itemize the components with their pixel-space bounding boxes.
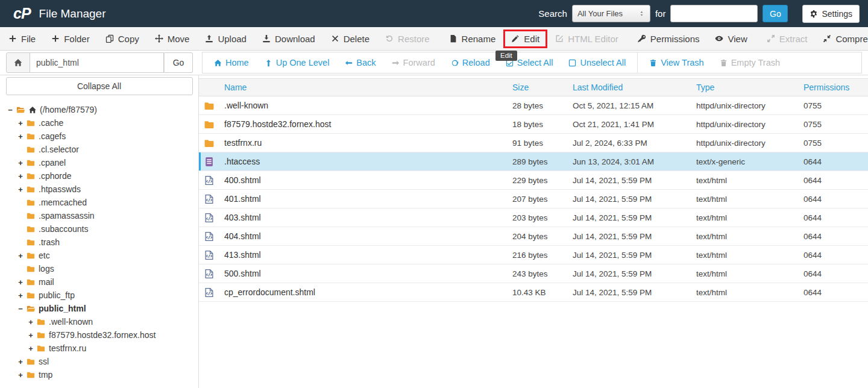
table-row[interactable]: 500.shtml243 bytesJul 14, 2021, 5:59 PMt… <box>199 264 868 283</box>
table-row[interactable]: 401.shtml207 bytesJul 14, 2021, 5:59 PMt… <box>199 190 868 208</box>
file-size: 203 bytes <box>512 208 573 227</box>
rename-button[interactable]: Rename <box>441 27 504 50</box>
settings-button[interactable]: Settings <box>802 5 860 23</box>
tree-item[interactable]: +.cphorde <box>0 169 198 183</box>
nav-reload[interactable]: Reload <box>443 58 498 67</box>
search-go-button[interactable]: Go <box>763 5 788 22</box>
code-file-icon <box>199 227 221 245</box>
compress-icon <box>823 34 831 43</box>
tree-item[interactable]: .trash <box>0 236 198 249</box>
table-row[interactable]: .htaccess289 bytesJun 13, 2024, 3:01 AMt… <box>199 152 868 171</box>
nav-unselect-all[interactable]: Unselect All <box>561 58 634 67</box>
table-row[interactable]: .well-known28 bytesOct 5, 2021, 12:15 AM… <box>199 96 868 115</box>
expand-plus-icon[interactable]: + <box>16 119 25 128</box>
folder-icon <box>26 357 36 366</box>
delete-button[interactable]: Delete <box>323 27 377 50</box>
table-row[interactable]: f87579.hostde32.fornex.host18 bytesOct 2… <box>199 115 868 134</box>
pencil-square-icon <box>555 34 564 43</box>
tree-item[interactable]: +etc <box>0 249 198 262</box>
search-input[interactable] <box>670 5 758 22</box>
column-header-modified[interactable]: Last Modified <box>573 79 696 96</box>
edit-button[interactable]: Edit <box>503 30 547 48</box>
nav-empty-trash: Empty Trash <box>712 58 788 67</box>
move-button[interactable]: Move <box>147 27 198 50</box>
tree-item[interactable]: .cl.selector <box>0 143 198 156</box>
table-row[interactable]: cp_errordocument.shtml10.43 KBJul 14, 20… <box>199 283 868 302</box>
tree-item[interactable]: +.well-known <box>0 315 198 328</box>
collapse-all-button[interactable]: Collapse All <box>6 77 193 95</box>
tree-item[interactable]: .subaccounts <box>0 222 198 236</box>
nav-divider <box>637 52 638 73</box>
expand-plus-icon[interactable]: + <box>27 318 35 327</box>
expand-plus-icon[interactable]: + <box>16 251 25 260</box>
permissions-button[interactable]: Permissions <box>630 27 708 50</box>
tree-item[interactable]: logs <box>0 262 198 275</box>
column-header-size[interactable]: Size <box>512 79 573 96</box>
expand-plus-icon[interactable]: + <box>16 291 25 300</box>
tree-item[interactable]: +.cagefs <box>0 130 198 143</box>
expand-plus-icon[interactable]: + <box>16 371 25 380</box>
collapse-minus-icon[interactable]: − <box>6 105 14 114</box>
file-permissions: 0644 <box>804 227 868 245</box>
file-modified: Jul 2, 2024, 6:33 PM <box>573 134 696 152</box>
navigation-bar: Home Up One Level Back Forward Reload Se… <box>202 52 862 74</box>
file-modified: Jul 14, 2021, 5:59 PM <box>573 283 696 301</box>
search-scope-select[interactable]: All Your Files <box>572 5 650 22</box>
expand-plus-icon[interactable]: + <box>16 185 25 194</box>
settings-label: Settings <box>822 9 852 19</box>
folder-button[interactable]: Folder <box>43 27 98 50</box>
file-size: 216 bytes <box>512 246 573 264</box>
expand-plus-icon[interactable]: + <box>27 344 35 353</box>
tree-item[interactable]: −public_html <box>0 302 198 315</box>
path-input[interactable] <box>30 52 164 73</box>
column-header-permissions[interactable]: Permissions <box>804 79 868 96</box>
table-row[interactable]: 400.shtml229 bytesJul 14, 2021, 5:59 PMt… <box>199 171 868 190</box>
folder-icon <box>26 172 36 180</box>
page-title: File Manager <box>39 7 106 20</box>
expand-plus-icon[interactable]: + <box>16 132 25 141</box>
nav-back[interactable]: Back <box>337 58 383 67</box>
download-button[interactable]: Download <box>254 27 323 50</box>
tree-item[interactable]: +mail <box>0 275 198 289</box>
tree-item[interactable]: .memcached <box>0 196 198 209</box>
tree-item[interactable]: +f87579.hostde32.fornex.host <box>0 328 198 342</box>
tree-item[interactable]: +public_ftp <box>0 289 198 302</box>
table-row[interactable]: 404.shtml204 bytesJul 14, 2021, 5:59 PMt… <box>199 227 868 246</box>
file-modified: Jul 14, 2021, 5:59 PM <box>573 171 696 189</box>
nav-home[interactable]: Home <box>206 58 257 67</box>
expand-plus-icon[interactable]: + <box>16 278 25 287</box>
compress-button[interactable]: Compress <box>815 27 868 50</box>
file-button[interactable]: File <box>1 27 43 50</box>
folder-icon <box>199 115 221 133</box>
upload-button[interactable]: Upload <box>197 27 254 50</box>
expand-plus-icon[interactable]: + <box>27 331 35 340</box>
tree-item[interactable]: +tmp <box>0 368 198 381</box>
file-name: testfrnx.ru <box>221 134 512 152</box>
tree-item[interactable]: +.htpasswds <box>0 183 198 196</box>
column-header-type[interactable]: Type <box>696 79 804 96</box>
file-size: 204 bytes <box>512 227 573 245</box>
collapse-minus-icon[interactable]: − <box>16 304 25 313</box>
column-header-name[interactable]: Name <box>221 79 512 96</box>
table-row[interactable]: 413.shtml216 bytesJul 14, 2021, 5:59 PMt… <box>199 246 868 264</box>
copy-button[interactable]: Copy <box>98 27 147 50</box>
expand-plus-icon[interactable]: + <box>16 357 25 366</box>
tree-item[interactable]: +testfrnx.ru <box>0 342 198 355</box>
nav-view-trash[interactable]: View Trash <box>641 58 711 67</box>
table-row[interactable]: 403.shtml203 bytesJul 14, 2021, 5:59 PMt… <box>199 208 868 227</box>
table-row[interactable]: testfrnx.ru91 bytesJul 2, 2024, 6:33 PMh… <box>199 134 868 152</box>
file-modified: Jul 14, 2021, 5:59 PM <box>573 264 696 283</box>
path-go-button[interactable]: Go <box>164 52 193 73</box>
path-home-button[interactable] <box>6 52 30 73</box>
view-button[interactable]: View <box>707 27 755 50</box>
tree-item[interactable]: +ssl <box>0 355 198 368</box>
tree-item[interactable]: −(/home/f87579) <box>0 103 198 116</box>
nav-up-one-level[interactable]: Up One Level <box>257 58 338 67</box>
tree-item[interactable]: +.cpanel <box>0 156 198 169</box>
expand-plus-icon[interactable]: + <box>16 172 25 181</box>
expand-plus-icon[interactable]: + <box>16 158 25 167</box>
app-header: cP File Manager Search All Your Files fo… <box>0 0 868 27</box>
tree-item[interactable]: .spamassassin <box>0 209 198 222</box>
x-icon <box>331 34 339 43</box>
tree-item[interactable]: +.cache <box>0 116 198 130</box>
